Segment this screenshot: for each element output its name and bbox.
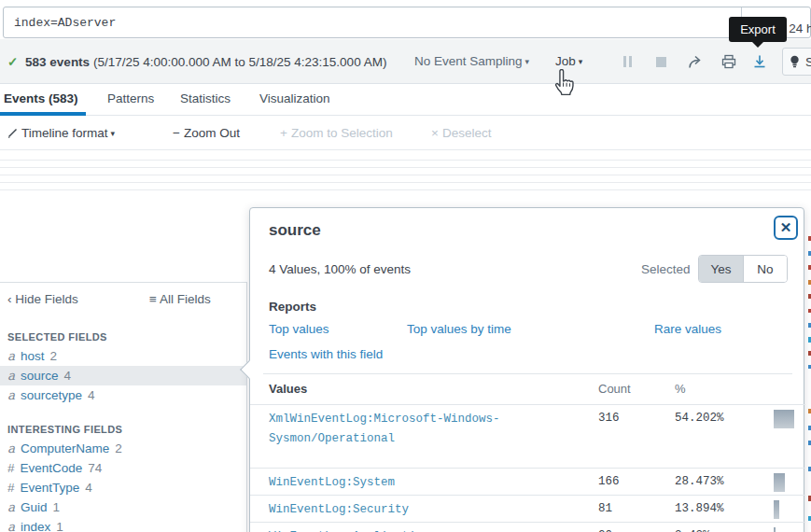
all-fields-button[interactable]: ≡ All Fields: [149, 292, 211, 306]
lightbulb-icon: [790, 55, 800, 69]
minus-icon: −: [173, 126, 180, 140]
stop-button[interactable]: [650, 52, 671, 71]
chevron-down-icon: ▾: [579, 57, 583, 66]
deselect-button[interactable]: ×Deselect: [431, 126, 491, 140]
export-icon: [752, 54, 767, 69]
values-column-header: Values: [269, 382, 307, 396]
timeline-chart[interactable]: [0, 150, 811, 197]
value-link[interactable]: XmlWinEventLog:Microsoft-Windows-Sysmon/…: [269, 410, 549, 449]
selected-toggle-label: Selected: [641, 262, 691, 276]
field-info-popup: source ✕ 4 Values, 100% of events Select…: [249, 207, 804, 532]
field-type-icon: a: [7, 387, 15, 402]
report-link-events-with-field[interactable]: Events with this field: [269, 347, 383, 361]
event-sampling-menu[interactable]: No Event Sampling▾: [414, 54, 529, 68]
field-count: 2: [115, 441, 122, 455]
event-time-range: (5/17/25 4:00:00.000 AM to 5/18/25 4:23:…: [93, 55, 386, 69]
timeline-toolbar: Timeline format▾ −Zoom Out +Zoom to Sele…: [0, 116, 811, 150]
percent-bar: [774, 410, 794, 428]
field-item-index[interactable]: aindex1: [0, 517, 246, 532]
pencil-icon: [7, 128, 18, 138]
tab-visualization[interactable]: Visualization: [259, 91, 330, 105]
field-item-eventcode[interactable]: #EventCode74: [0, 458, 246, 478]
popup-summary: 4 Values, 100% of events: [269, 262, 411, 276]
field-name: EventCode: [21, 461, 83, 475]
field-item-eventtype[interactable]: #EventType4: [0, 478, 246, 497]
tab-patterns[interactable]: Patterns: [107, 91, 154, 105]
timeline-format-menu[interactable]: Timeline format▾: [7, 126, 115, 140]
values-table-header: Values Count %: [250, 382, 805, 404]
report-link-top-values[interactable]: Top values: [269, 322, 329, 336]
table-row: XmlWinEventLog:Microsoft-Windows-Sysmon/…: [250, 404, 805, 468]
chevron-down-icon: ▾: [525, 57, 530, 66]
search-mode-label: S: [805, 55, 811, 69]
table-row: WinEventLog:Application 20 3.43%: [250, 522, 805, 532]
job-menu[interactable]: Job▾: [555, 54, 582, 68]
chevron-left-icon: ‹: [7, 292, 12, 306]
pause-button[interactable]: [617, 52, 637, 71]
report-link-top-values-by-time[interactable]: Top values by time: [407, 322, 511, 336]
selected-toggle: Yes No: [698, 255, 788, 283]
events-result-bar: ✓ 583 events (5/17/25 4:00:00.000 AM to …: [0, 39, 811, 84]
events-status: ✓ 583 events (5/17/25 4:00:00.000 AM to …: [7, 54, 386, 69]
print-icon: [721, 54, 736, 69]
tab-events[interactable]: Events (583): [4, 91, 78, 105]
job-label: Job: [555, 54, 576, 68]
chevron-down-icon: ▾: [111, 129, 116, 138]
hide-fields-button[interactable]: ‹ Hide Fields: [7, 292, 78, 306]
field-type-icon: #: [7, 481, 15, 495]
results-tabs: Events (583) Patterns Statistics Visuali…: [0, 84, 811, 116]
field-item-source[interactable]: asource4: [0, 366, 246, 385]
percent-column-header: %: [675, 382, 686, 396]
export-tooltip-label: Export: [740, 22, 776, 36]
print-button[interactable]: [719, 52, 739, 71]
field-count: 74: [88, 461, 102, 475]
field-count: 4: [85, 481, 92, 495]
field-name: index: [21, 520, 50, 532]
report-link-rare-values[interactable]: Rare values: [654, 322, 721, 336]
value-link[interactable]: WinEventLog:System: [269, 473, 549, 493]
search-mode-selector[interactable]: S: [782, 48, 811, 76]
list-icon: ≡: [149, 292, 157, 306]
field-name: EventType: [21, 481, 80, 495]
value-link[interactable]: WinEventLog:Security: [269, 500, 549, 520]
popup-title: source: [269, 221, 321, 240]
value-link[interactable]: WinEventLog:Application: [269, 527, 549, 532]
field-type-icon: a: [7, 499, 15, 514]
share-button[interactable]: [685, 52, 706, 71]
splunk-search-page: index=ADserver Last 24 ho Export ✓ 583 e…: [0, 0, 811, 532]
percent-bar: [774, 527, 776, 532]
field-name: sourcetype: [21, 388, 82, 402]
search-input[interactable]: index=ADserver: [14, 16, 116, 30]
count-column-header: Count: [598, 382, 631, 396]
timeline-format-label: Timeline format: [21, 126, 108, 140]
export-tooltip: Export: [729, 17, 787, 42]
close-button[interactable]: ✕: [774, 216, 798, 240]
export-button[interactable]: [749, 52, 770, 71]
value-count: 166: [598, 475, 620, 488]
field-type-icon: #: [7, 461, 15, 475]
zoom-to-selection-label: Zoom to Selection: [291, 126, 393, 140]
percent-bar: [774, 500, 779, 519]
zoom-to-selection-button[interactable]: +Zoom to Selection: [280, 126, 393, 140]
hide-fields-label: Hide Fields: [15, 292, 78, 306]
field-name: ComputerName: [21, 441, 109, 455]
share-icon: [688, 55, 703, 69]
field-type-icon: a: [7, 519, 15, 532]
zoom-out-button[interactable]: −Zoom Out: [173, 126, 240, 140]
event-sampling-label: No Event Sampling: [414, 54, 523, 68]
selected-no-button[interactable]: No: [743, 256, 787, 282]
mouse-cursor-icon: [552, 69, 576, 101]
field-item-computername[interactable]: aComputerName2: [0, 439, 246, 458]
selected-yes-button[interactable]: Yes: [699, 256, 743, 282]
success-check-icon: ✓: [7, 55, 18, 69]
value-count: 316: [598, 412, 620, 425]
field-item-guid[interactable]: aGuid1: [0, 497, 246, 517]
table-row: WinEventLog:Security 81 13.894%: [250, 495, 805, 522]
field-item-sourcetype[interactable]: asourcetype4: [0, 385, 246, 405]
field-item-host[interactable]: ahost2: [0, 346, 246, 366]
value-percent: 54.202%: [675, 412, 724, 425]
search-bar[interactable]: index=ADserver Last 24 ho: [3, 7, 811, 38]
tab-statistics[interactable]: Statistics: [180, 91, 231, 105]
field-type-icon: a: [7, 348, 15, 363]
field-count: 1: [53, 500, 61, 514]
